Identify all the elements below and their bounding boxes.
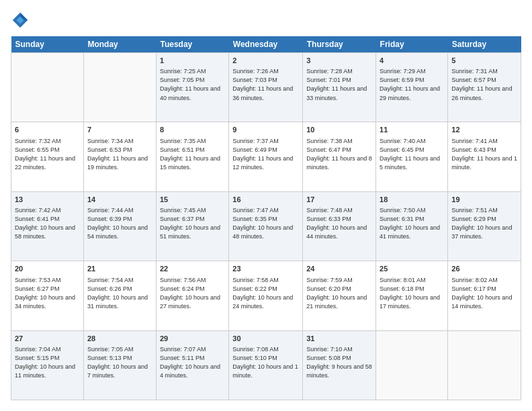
day-number: 21: [87, 264, 152, 274]
calendar-cell: 16Sunrise: 7:47 AMSunset: 6:35 PMDayligh…: [229, 191, 303, 261]
day-number: 22: [160, 264, 225, 274]
day-number: 2: [232, 56, 299, 66]
calendar-cell: 12Sunrise: 7:41 AMSunset: 6:43 PMDayligh…: [448, 122, 521, 191]
calendar-week-1: 1Sunrise: 7:25 AMSunset: 7:05 PMDaylight…: [11, 53, 521, 122]
header-row: SundayMondayTuesdayWednesdayThursdayFrid…: [11, 36, 521, 53]
calendar-week-2: 6Sunrise: 7:32 AMSunset: 6:55 PMDaylight…: [11, 122, 521, 191]
day-number: 16: [232, 195, 299, 205]
calendar-cell: 8Sunrise: 7:35 AMSunset: 6:51 PMDaylight…: [156, 122, 228, 191]
calendar-table: SundayMondayTuesdayWednesdayThursdayFrid…: [11, 36, 521, 400]
day-header-thursday: Thursday: [303, 36, 376, 53]
day-info: Sunrise: 7:40 AMSunset: 6:45 PMDaylight:…: [380, 137, 444, 172]
day-number: 13: [15, 195, 80, 205]
day-info: Sunrise: 7:08 AMSunset: 5:10 PMDaylight:…: [232, 345, 299, 380]
day-number: 28: [87, 334, 152, 344]
logo-icon: [11, 11, 30, 30]
calendar-cell: [376, 330, 448, 400]
day-info: Sunrise: 7:07 AMSunset: 5:11 PMDaylight:…: [160, 345, 225, 380]
page-header: [11, 11, 521, 30]
day-info: Sunrise: 7:45 AMSunset: 6:37 PMDaylight:…: [160, 206, 225, 241]
day-number: 8: [160, 125, 225, 135]
day-info: Sunrise: 8:01 AMSunset: 6:18 PMDaylight:…: [380, 276, 444, 311]
calendar-cell: 1Sunrise: 7:25 AMSunset: 7:05 PMDaylight…: [156, 53, 228, 122]
calendar-cell: 22Sunrise: 7:56 AMSunset: 6:24 PMDayligh…: [156, 261, 228, 330]
day-info: Sunrise: 7:41 AMSunset: 6:43 PMDaylight:…: [451, 137, 517, 172]
calendar-cell: 27Sunrise: 7:04 AMSunset: 5:15 PMDayligh…: [11, 330, 84, 400]
day-header-wednesday: Wednesday: [229, 36, 303, 53]
calendar-cell: [448, 330, 521, 400]
day-header-monday: Monday: [83, 36, 156, 53]
calendar-header: SundayMondayTuesdayWednesdayThursdayFrid…: [11, 36, 521, 53]
day-number: 14: [87, 195, 152, 205]
calendar-cell: 4Sunrise: 7:29 AMSunset: 6:59 PMDaylight…: [376, 53, 448, 122]
calendar-cell: [83, 53, 156, 122]
calendar-week-4: 20Sunrise: 7:53 AMSunset: 6:27 PMDayligh…: [11, 261, 521, 330]
calendar-cell: 10Sunrise: 7:38 AMSunset: 6:47 PMDayligh…: [303, 122, 376, 191]
calendar-cell: 7Sunrise: 7:34 AMSunset: 6:53 PMDaylight…: [83, 122, 156, 191]
day-info: Sunrise: 7:53 AMSunset: 6:27 PMDaylight:…: [15, 276, 80, 311]
day-info: Sunrise: 7:56 AMSunset: 6:24 PMDaylight:…: [160, 276, 225, 311]
day-info: Sunrise: 7:26 AMSunset: 7:03 PMDaylight:…: [232, 67, 299, 102]
day-info: Sunrise: 7:47 AMSunset: 6:35 PMDaylight:…: [232, 206, 299, 241]
day-info: Sunrise: 7:38 AMSunset: 6:47 PMDaylight:…: [306, 137, 372, 172]
day-number: 12: [451, 125, 517, 135]
day-info: Sunrise: 7:44 AMSunset: 6:39 PMDaylight:…: [87, 206, 152, 241]
day-info: Sunrise: 7:37 AMSunset: 6:49 PMDaylight:…: [232, 137, 299, 172]
day-info: Sunrise: 8:02 AMSunset: 6:17 PMDaylight:…: [451, 276, 517, 311]
day-number: 1: [160, 56, 225, 66]
day-number: 18: [380, 195, 444, 205]
day-info: Sunrise: 7:42 AMSunset: 6:41 PMDaylight:…: [15, 206, 80, 241]
day-info: Sunrise: 7:34 AMSunset: 6:53 PMDaylight:…: [87, 137, 152, 172]
day-number: 15: [160, 195, 225, 205]
day-number: 25: [380, 264, 444, 274]
day-header-friday: Friday: [376, 36, 448, 53]
calendar-cell: 26Sunrise: 8:02 AMSunset: 6:17 PMDayligh…: [448, 261, 521, 330]
calendar-cell: 31Sunrise: 7:10 AMSunset: 5:08 PMDayligh…: [303, 330, 376, 400]
calendar-cell: 13Sunrise: 7:42 AMSunset: 6:41 PMDayligh…: [11, 191, 84, 261]
day-info: Sunrise: 7:51 AMSunset: 6:29 PMDaylight:…: [451, 206, 517, 241]
day-number: 6: [15, 125, 80, 135]
calendar-cell: 21Sunrise: 7:54 AMSunset: 6:26 PMDayligh…: [83, 261, 156, 330]
calendar-week-3: 13Sunrise: 7:42 AMSunset: 6:41 PMDayligh…: [11, 191, 521, 261]
day-header-sunday: Sunday: [11, 36, 84, 53]
calendar-cell: 24Sunrise: 7:59 AMSunset: 6:20 PMDayligh…: [303, 261, 376, 330]
day-number: 29: [160, 334, 225, 344]
day-info: Sunrise: 7:05 AMSunset: 5:13 PMDaylight:…: [87, 345, 152, 380]
day-info: Sunrise: 7:58 AMSunset: 6:22 PMDaylight:…: [232, 276, 299, 311]
calendar-cell: 15Sunrise: 7:45 AMSunset: 6:37 PMDayligh…: [156, 191, 228, 261]
calendar-cell: 5Sunrise: 7:31 AMSunset: 6:57 PMDaylight…: [448, 53, 521, 122]
calendar-cell: 9Sunrise: 7:37 AMSunset: 6:49 PMDaylight…: [229, 122, 303, 191]
calendar-cell: 14Sunrise: 7:44 AMSunset: 6:39 PMDayligh…: [83, 191, 156, 261]
calendar-body: 1Sunrise: 7:25 AMSunset: 7:05 PMDaylight…: [11, 53, 521, 400]
logo: [11, 11, 32, 30]
calendar-cell: 29Sunrise: 7:07 AMSunset: 5:11 PMDayligh…: [156, 330, 228, 400]
day-info: Sunrise: 7:10 AMSunset: 5:08 PMDaylight:…: [306, 345, 372, 380]
day-header-saturday: Saturday: [448, 36, 521, 53]
day-info: Sunrise: 7:59 AMSunset: 6:20 PMDaylight:…: [306, 276, 372, 311]
day-number: 20: [15, 264, 80, 274]
calendar-cell: 28Sunrise: 7:05 AMSunset: 5:13 PMDayligh…: [83, 330, 156, 400]
day-number: 10: [306, 125, 372, 135]
calendar-cell: 6Sunrise: 7:32 AMSunset: 6:55 PMDaylight…: [11, 122, 84, 191]
calendar-cell: 25Sunrise: 8:01 AMSunset: 6:18 PMDayligh…: [376, 261, 448, 330]
calendar-cell: 23Sunrise: 7:58 AMSunset: 6:22 PMDayligh…: [229, 261, 303, 330]
day-header-tuesday: Tuesday: [156, 36, 228, 53]
day-info: Sunrise: 7:25 AMSunset: 7:05 PMDaylight:…: [160, 67, 225, 102]
day-info: Sunrise: 7:54 AMSunset: 6:26 PMDaylight:…: [87, 276, 152, 311]
day-number: 26: [451, 264, 517, 274]
calendar-cell: 19Sunrise: 7:51 AMSunset: 6:29 PMDayligh…: [448, 191, 521, 261]
day-info: Sunrise: 7:28 AMSunset: 7:01 PMDaylight:…: [306, 67, 372, 102]
calendar-cell: 30Sunrise: 7:08 AMSunset: 5:10 PMDayligh…: [229, 330, 303, 400]
day-number: 3: [306, 56, 372, 66]
calendar-cell: 3Sunrise: 7:28 AMSunset: 7:01 PMDaylight…: [303, 53, 376, 122]
day-info: Sunrise: 7:32 AMSunset: 6:55 PMDaylight:…: [15, 137, 80, 172]
day-number: 27: [15, 334, 80, 344]
day-info: Sunrise: 7:29 AMSunset: 6:59 PMDaylight:…: [380, 67, 444, 102]
day-number: 17: [306, 195, 372, 205]
calendar-cell: 2Sunrise: 7:26 AMSunset: 7:03 PMDaylight…: [229, 53, 303, 122]
day-number: 23: [232, 264, 299, 274]
calendar-cell: 17Sunrise: 7:48 AMSunset: 6:33 PMDayligh…: [303, 191, 376, 261]
calendar-cell: 20Sunrise: 7:53 AMSunset: 6:27 PMDayligh…: [11, 261, 84, 330]
day-info: Sunrise: 7:48 AMSunset: 6:33 PMDaylight:…: [306, 206, 372, 241]
calendar-cell: [11, 53, 84, 122]
